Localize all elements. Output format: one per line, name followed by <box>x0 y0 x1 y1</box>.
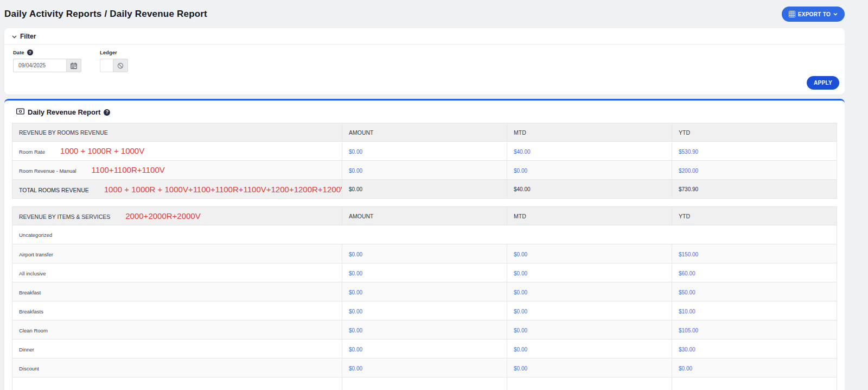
ytd-value[interactable]: $105.00 <box>679 328 698 334</box>
export-to-label: EXPORT TO <box>798 11 831 17</box>
apply-button[interactable]: APPLY <box>807 76 839 90</box>
row-label: Clean Room <box>19 328 48 334</box>
ytd-value[interactable]: $60.00 <box>679 271 695 276</box>
calendar-icon[interactable] <box>66 59 81 72</box>
amount-value[interactable]: $0.00 <box>349 251 362 257</box>
date-help-icon[interactable]: ? <box>27 49 33 55</box>
ytd-value[interactable]: $0.00 <box>679 366 692 372</box>
amount-value[interactable]: $0.00 <box>349 149 362 155</box>
ytd-value[interactable]: $30.00 <box>679 347 695 353</box>
report-title-row: Daily Revenue Report ? <box>12 100 837 123</box>
mtd-value[interactable]: $0.00 <box>514 366 527 372</box>
amount-value[interactable]: $0.00 <box>349 366 362 372</box>
date-field-group: Date ? <box>13 49 81 72</box>
table-row: Room Rate1000 + 1000R + 1000V$0.00$40.00… <box>12 142 837 161</box>
mtd-value[interactable]: $0.00 <box>514 309 527 314</box>
row-label: Breakfasts <box>19 309 43 314</box>
ytd-value[interactable]: $200.00 <box>679 168 698 174</box>
total-mtd: $40.00 <box>507 180 672 199</box>
mtd-value[interactable]: $0.00 <box>514 168 527 174</box>
report-help-icon[interactable]: ? <box>104 109 110 116</box>
rooms-header: REVENUE BY ROOMS REVENUE <box>12 123 342 142</box>
amount-header: AMOUNT <box>342 207 507 225</box>
amount-header: AMOUNT <box>342 123 507 142</box>
amount-value[interactable]: $0.00 <box>349 347 362 353</box>
row-label: Room Rate <box>19 149 45 155</box>
table-row: Discount$0.00$0.00$0.00 <box>12 358 837 378</box>
filter-title: Filter <box>20 33 36 40</box>
ledger-label: Ledger <box>100 49 117 55</box>
chevron-down-icon <box>12 33 17 40</box>
mtd-value[interactable]: $0.00 <box>514 328 527 334</box>
filter-header[interactable]: Filter <box>4 28 845 45</box>
table-row: All inclusive$0.00$0.00$60.00 <box>12 263 837 282</box>
total-ytd: $730.90 <box>672 180 837 199</box>
total-rooms-row: TOTAL ROOMS REVENUE1000 + 1000R + 1000V+… <box>12 180 837 199</box>
report-panel: Daily Revenue Report ? REVENUE BY ROOMS … <box>4 99 845 390</box>
row-label: Discount <box>19 366 39 372</box>
table-grid-icon <box>789 11 795 17</box>
ban-icon[interactable] <box>113 59 128 72</box>
group-label: Uncategorized <box>12 225 837 244</box>
amount-value[interactable]: $0.00 <box>349 290 362 295</box>
total-amount: $0.00 <box>342 180 507 199</box>
table-row: Breakfast$0.00$0.00$50.00 <box>12 282 837 301</box>
mtd-value[interactable]: $40.00 <box>514 149 531 155</box>
ytd-value[interactable]: $530.90 <box>679 149 698 155</box>
row-label: Dinner <box>19 347 34 353</box>
mtd-value[interactable]: $0.00 <box>514 271 527 276</box>
table-header-row: REVENUE BY ITEMS & SERVICES2000+2000R+20… <box>12 207 837 225</box>
amount-value[interactable]: $0.00 <box>349 271 362 276</box>
row-label: Breakfast <box>19 290 41 295</box>
group-row: Uncategorized <box>12 225 837 244</box>
date-label: Date <box>13 49 24 55</box>
row-label: Room Revenue - Manual <box>19 168 76 174</box>
total-label: TOTAL ROOMS REVENUE <box>19 187 89 193</box>
ytd-value[interactable]: $10.00 <box>679 309 695 314</box>
amount-value[interactable]: $0.00 <box>349 328 362 334</box>
chevron-down-icon <box>833 12 838 16</box>
red-annotation: 2000+2000R+2000V <box>125 211 200 221</box>
table-row: Breakfasts$0.00$0.00$10.00 <box>12 301 837 320</box>
row-label: All inclusive <box>19 271 46 276</box>
mtd-header: MTD <box>507 123 672 142</box>
ytd-header: YTD <box>672 207 837 225</box>
table-header-row: REVENUE BY ROOMS REVENUE AMOUNT MTD YTD <box>12 123 837 142</box>
mtd-value[interactable]: $0.00 <box>514 251 527 257</box>
rooms-revenue-table: REVENUE BY ROOMS REVENUE AMOUNT MTD YTD … <box>12 123 837 199</box>
row-label: Airport transfer <box>19 251 53 257</box>
amount-value[interactable]: $0.00 <box>349 168 362 174</box>
ytd-value[interactable]: $50.00 <box>679 290 695 295</box>
page-title: Daily Activity Reports / Daily Revenue R… <box>4 9 207 20</box>
items-header: REVENUE BY ITEMS & SERVICES <box>19 213 110 220</box>
cash-icon <box>16 108 24 116</box>
export-to-button[interactable]: EXPORT TO <box>782 7 845 22</box>
table-row: Room Revenue - Manual1100+1100R+1100V$0.… <box>12 161 837 180</box>
page: Daily Activity Reports / Daily Revenue R… <box>0 0 868 390</box>
red-annotation: 1100+1100R+1100V <box>92 165 165 174</box>
top-bar: Daily Activity Reports / Daily Revenue R… <box>4 0 845 28</box>
ledger-input[interactable] <box>100 59 113 72</box>
filter-body: Date ? Ledger <box>4 45 845 72</box>
filter-panel: Filter Date ? Ledger <box>4 28 845 95</box>
ytd-header: YTD <box>672 123 837 142</box>
mtd-value[interactable]: $0.00 <box>514 347 527 353</box>
table-row <box>12 378 837 390</box>
ytd-value[interactable]: $150.00 <box>679 251 698 257</box>
red-annotation: 1000 + 1000R + 1000V+1100+1100R+1100V+12… <box>104 185 342 194</box>
date-input[interactable] <box>13 59 66 72</box>
table-row: Clean Room$0.00$0.00$105.00 <box>12 320 837 339</box>
mtd-value[interactable]: $0.00 <box>514 290 527 295</box>
report-title: Daily Revenue Report <box>28 108 100 116</box>
red-annotation: 1000 + 1000R + 1000V <box>60 146 144 155</box>
mtd-header: MTD <box>507 207 672 225</box>
table-row: Airport transfer$0.00$0.00$150.00 <box>12 244 837 263</box>
ledger-field-group: Ledger <box>100 49 128 72</box>
amount-value[interactable]: $0.00 <box>349 309 362 314</box>
items-services-table: REVENUE BY ITEMS & SERVICES2000+2000R+20… <box>12 206 837 390</box>
table-row: Dinner$0.00$0.00$30.00 <box>12 339 837 358</box>
